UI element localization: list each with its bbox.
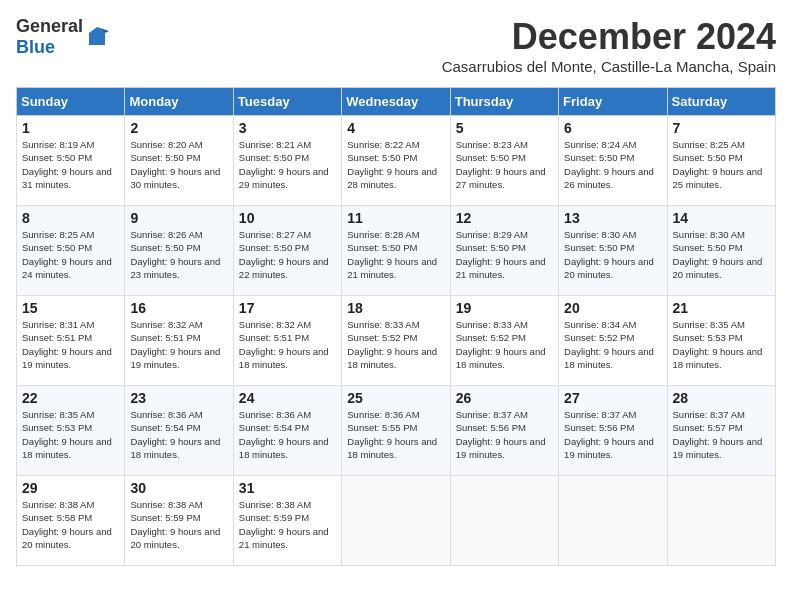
day-number: 28	[673, 390, 770, 406]
day-info: Sunrise: 8:32 AM Sunset: 5:51 PM Dayligh…	[239, 318, 336, 371]
table-row: 20Sunrise: 8:34 AM Sunset: 5:52 PM Dayli…	[559, 296, 667, 386]
calendar-week-row: 1Sunrise: 8:19 AM Sunset: 5:50 PM Daylig…	[17, 116, 776, 206]
col-friday: Friday	[559, 88, 667, 116]
table-row: 26Sunrise: 8:37 AM Sunset: 5:56 PM Dayli…	[450, 386, 558, 476]
day-number: 9	[130, 210, 227, 226]
calendar-week-row: 8Sunrise: 8:25 AM Sunset: 5:50 PM Daylig…	[17, 206, 776, 296]
day-info: Sunrise: 8:38 AM Sunset: 5:59 PM Dayligh…	[130, 498, 227, 551]
day-number: 5	[456, 120, 553, 136]
title-block: December 2024 Casarrubios del Monte, Cas…	[442, 16, 776, 83]
logo-icon	[85, 25, 109, 49]
col-saturday: Saturday	[667, 88, 775, 116]
day-info: Sunrise: 8:33 AM Sunset: 5:52 PM Dayligh…	[456, 318, 553, 371]
day-number: 25	[347, 390, 444, 406]
table-row: 25Sunrise: 8:36 AM Sunset: 5:55 PM Dayli…	[342, 386, 450, 476]
col-tuesday: Tuesday	[233, 88, 341, 116]
col-monday: Monday	[125, 88, 233, 116]
day-info: Sunrise: 8:25 AM Sunset: 5:50 PM Dayligh…	[673, 138, 770, 191]
table-row: 31Sunrise: 8:38 AM Sunset: 5:59 PM Dayli…	[233, 476, 341, 566]
day-number: 11	[347, 210, 444, 226]
day-info: Sunrise: 8:22 AM Sunset: 5:50 PM Dayligh…	[347, 138, 444, 191]
day-number: 31	[239, 480, 336, 496]
day-info: Sunrise: 8:30 AM Sunset: 5:50 PM Dayligh…	[564, 228, 661, 281]
logo: General Blue	[16, 16, 109, 58]
day-info: Sunrise: 8:27 AM Sunset: 5:50 PM Dayligh…	[239, 228, 336, 281]
table-row	[450, 476, 558, 566]
logo-blue: Blue	[16, 37, 55, 57]
table-row: 9Sunrise: 8:26 AM Sunset: 5:50 PM Daylig…	[125, 206, 233, 296]
calendar-table: Sunday Monday Tuesday Wednesday Thursday…	[16, 87, 776, 566]
day-number: 12	[456, 210, 553, 226]
table-row: 27Sunrise: 8:37 AM Sunset: 5:56 PM Dayli…	[559, 386, 667, 476]
table-row: 1Sunrise: 8:19 AM Sunset: 5:50 PM Daylig…	[17, 116, 125, 206]
day-info: Sunrise: 8:37 AM Sunset: 5:57 PM Dayligh…	[673, 408, 770, 461]
day-number: 14	[673, 210, 770, 226]
calendar-week-row: 29Sunrise: 8:38 AM Sunset: 5:58 PM Dayli…	[17, 476, 776, 566]
day-number: 23	[130, 390, 227, 406]
table-row: 22Sunrise: 8:35 AM Sunset: 5:53 PM Dayli…	[17, 386, 125, 476]
day-number: 8	[22, 210, 119, 226]
month-title: December 2024	[442, 16, 776, 58]
day-number: 1	[22, 120, 119, 136]
table-row: 5Sunrise: 8:23 AM Sunset: 5:50 PM Daylig…	[450, 116, 558, 206]
day-number: 30	[130, 480, 227, 496]
table-row: 15Sunrise: 8:31 AM Sunset: 5:51 PM Dayli…	[17, 296, 125, 386]
day-info: Sunrise: 8:30 AM Sunset: 5:50 PM Dayligh…	[673, 228, 770, 281]
day-number: 27	[564, 390, 661, 406]
table-row: 7Sunrise: 8:25 AM Sunset: 5:50 PM Daylig…	[667, 116, 775, 206]
day-info: Sunrise: 8:28 AM Sunset: 5:50 PM Dayligh…	[347, 228, 444, 281]
day-number: 26	[456, 390, 553, 406]
day-number: 2	[130, 120, 227, 136]
day-info: Sunrise: 8:36 AM Sunset: 5:54 PM Dayligh…	[239, 408, 336, 461]
day-info: Sunrise: 8:29 AM Sunset: 5:50 PM Dayligh…	[456, 228, 553, 281]
day-number: 4	[347, 120, 444, 136]
day-number: 15	[22, 300, 119, 316]
table-row	[559, 476, 667, 566]
day-number: 20	[564, 300, 661, 316]
day-number: 29	[22, 480, 119, 496]
table-row: 3Sunrise: 8:21 AM Sunset: 5:50 PM Daylig…	[233, 116, 341, 206]
table-row: 19Sunrise: 8:33 AM Sunset: 5:52 PM Dayli…	[450, 296, 558, 386]
col-thursday: Thursday	[450, 88, 558, 116]
day-number: 13	[564, 210, 661, 226]
day-info: Sunrise: 8:33 AM Sunset: 5:52 PM Dayligh…	[347, 318, 444, 371]
day-info: Sunrise: 8:21 AM Sunset: 5:50 PM Dayligh…	[239, 138, 336, 191]
day-info: Sunrise: 8:32 AM Sunset: 5:51 PM Dayligh…	[130, 318, 227, 371]
page-container: General Blue December 2024 Casarrubios d…	[16, 16, 776, 566]
table-row: 2Sunrise: 8:20 AM Sunset: 5:50 PM Daylig…	[125, 116, 233, 206]
day-number: 21	[673, 300, 770, 316]
calendar-week-row: 15Sunrise: 8:31 AM Sunset: 5:51 PM Dayli…	[17, 296, 776, 386]
col-wednesday: Wednesday	[342, 88, 450, 116]
table-row: 23Sunrise: 8:36 AM Sunset: 5:54 PM Dayli…	[125, 386, 233, 476]
day-number: 10	[239, 210, 336, 226]
table-row: 13Sunrise: 8:30 AM Sunset: 5:50 PM Dayli…	[559, 206, 667, 296]
day-info: Sunrise: 8:38 AM Sunset: 5:58 PM Dayligh…	[22, 498, 119, 551]
day-info: Sunrise: 8:34 AM Sunset: 5:52 PM Dayligh…	[564, 318, 661, 371]
table-row: 16Sunrise: 8:32 AM Sunset: 5:51 PM Dayli…	[125, 296, 233, 386]
day-info: Sunrise: 8:20 AM Sunset: 5:50 PM Dayligh…	[130, 138, 227, 191]
day-number: 6	[564, 120, 661, 136]
day-info: Sunrise: 8:19 AM Sunset: 5:50 PM Dayligh…	[22, 138, 119, 191]
table-row: 17Sunrise: 8:32 AM Sunset: 5:51 PM Dayli…	[233, 296, 341, 386]
header: General Blue December 2024 Casarrubios d…	[16, 16, 776, 83]
table-row: 11Sunrise: 8:28 AM Sunset: 5:50 PM Dayli…	[342, 206, 450, 296]
table-row: 18Sunrise: 8:33 AM Sunset: 5:52 PM Dayli…	[342, 296, 450, 386]
calendar-header-row: Sunday Monday Tuesday Wednesday Thursday…	[17, 88, 776, 116]
day-number: 7	[673, 120, 770, 136]
day-info: Sunrise: 8:24 AM Sunset: 5:50 PM Dayligh…	[564, 138, 661, 191]
day-info: Sunrise: 8:25 AM Sunset: 5:50 PM Dayligh…	[22, 228, 119, 281]
day-number: 17	[239, 300, 336, 316]
day-info: Sunrise: 8:35 AM Sunset: 5:53 PM Dayligh…	[22, 408, 119, 461]
logo-text: General Blue	[16, 16, 83, 58]
logo-general: General	[16, 16, 83, 36]
calendar-week-row: 22Sunrise: 8:35 AM Sunset: 5:53 PM Dayli…	[17, 386, 776, 476]
day-info: Sunrise: 8:37 AM Sunset: 5:56 PM Dayligh…	[456, 408, 553, 461]
day-number: 19	[456, 300, 553, 316]
table-row: 8Sunrise: 8:25 AM Sunset: 5:50 PM Daylig…	[17, 206, 125, 296]
table-row: 4Sunrise: 8:22 AM Sunset: 5:50 PM Daylig…	[342, 116, 450, 206]
day-info: Sunrise: 8:35 AM Sunset: 5:53 PM Dayligh…	[673, 318, 770, 371]
col-sunday: Sunday	[17, 88, 125, 116]
table-row	[667, 476, 775, 566]
day-info: Sunrise: 8:23 AM Sunset: 5:50 PM Dayligh…	[456, 138, 553, 191]
table-row	[342, 476, 450, 566]
